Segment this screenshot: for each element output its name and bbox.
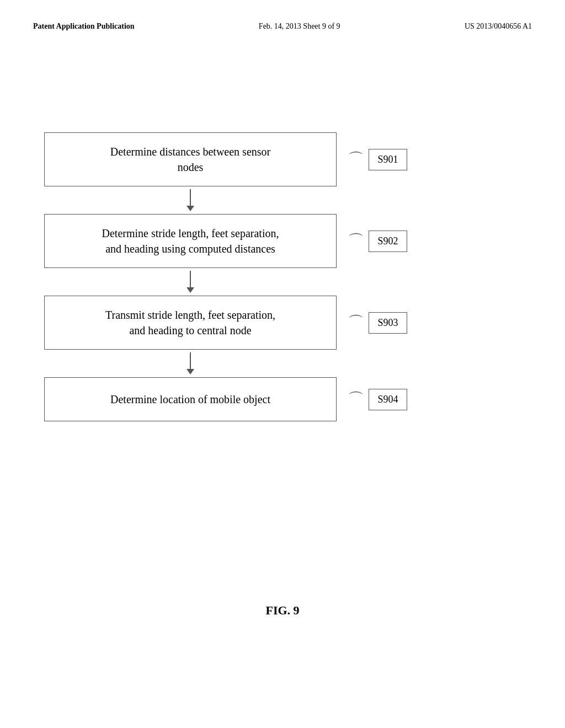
arrow-head-3 — [186, 369, 194, 374]
arrow-row-2 — [44, 268, 521, 296]
flow-box-s902: Determine stride length, feet separation… — [44, 214, 337, 268]
flow-box-s904: Determine location of mobile object — [44, 377, 337, 421]
arrow-row-3 — [44, 350, 521, 377]
flow-row-s902: Determine stride length, feet separation… — [44, 214, 521, 268]
arrow-col-3 — [44, 350, 337, 377]
arrow-line-1 — [190, 189, 191, 206]
flow-box-s901: Determine distances between sensor nodes — [44, 132, 337, 186]
arrow-head-2 — [186, 287, 194, 293]
header-patent-number: US 2013/0040656 A1 — [465, 22, 532, 31]
step-code-s902: S902 — [369, 231, 407, 252]
header-date-sheet: Feb. 14, 2013 Sheet 9 of 9 — [259, 22, 340, 31]
flow-label-s902: ⌒ S902 — [348, 230, 407, 253]
arrow-col-2 — [44, 268, 337, 296]
step-code-s903: S903 — [369, 312, 407, 334]
step-code-s901: S901 — [369, 149, 407, 170]
curve-s901: ⌒ — [348, 148, 364, 171]
curve-s903: ⌒ — [348, 312, 364, 334]
flow-label-s903: ⌒ S903 — [348, 312, 407, 334]
page-header: Patent Application Publication Feb. 14, … — [0, 22, 565, 31]
flow-label-s904: ⌒ S904 — [348, 388, 407, 411]
flowchart-container: Determine distances between sensor nodes… — [44, 132, 521, 421]
flow-box-s902-label: Determine stride length, feet separation… — [102, 226, 279, 256]
arrow-row-1 — [44, 186, 521, 214]
flow-row-s903: Transmit stride length, feet separation,… — [44, 296, 521, 350]
arrow-line-2 — [190, 271, 191, 287]
arrow-col-1 — [44, 186, 337, 214]
arrow-head-1 — [186, 206, 194, 211]
flow-box-s903: Transmit stride length, feet separation,… — [44, 296, 337, 350]
header-publication-label: Patent Application Publication — [33, 22, 135, 31]
flow-row-s901: Determine distances between sensor nodes… — [44, 132, 521, 186]
flow-row-s904: Determine location of mobile object ⌒ S9… — [44, 377, 521, 421]
curve-s902: ⌒ — [348, 230, 364, 253]
flow-box-s901-label: Determine distances between sensor nodes — [110, 144, 270, 175]
arrow-down-2 — [186, 271, 194, 293]
flow-box-s903-label: Transmit stride length, feet separation,… — [105, 307, 275, 338]
curve-s904: ⌒ — [348, 388, 364, 411]
arrow-down-3 — [186, 352, 194, 374]
flow-label-s901: ⌒ S901 — [348, 148, 407, 171]
flow-box-s904-label: Determine location of mobile object — [110, 392, 270, 407]
arrow-line-3 — [190, 352, 191, 369]
figure-caption: FIG. 9 — [0, 603, 565, 618]
arrow-down-1 — [186, 189, 194, 211]
step-code-s904: S904 — [369, 389, 407, 410]
patent-page: Patent Application Publication Feb. 14, … — [0, 0, 565, 728]
